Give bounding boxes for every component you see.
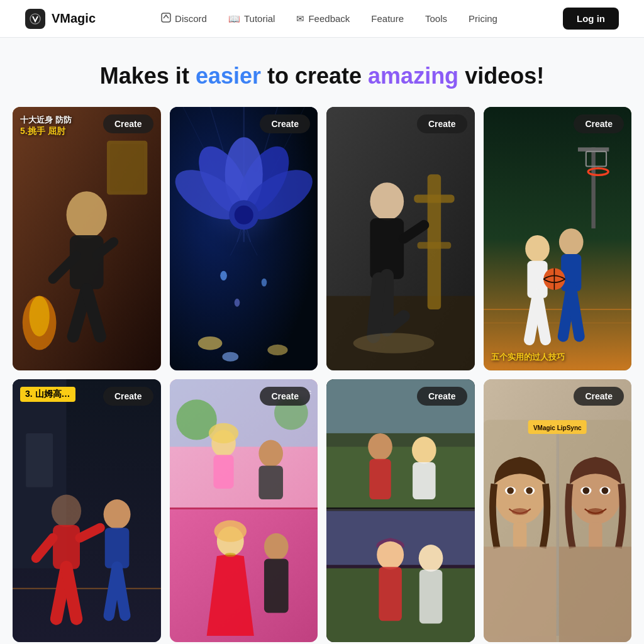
svg-rect-84 (258, 465, 283, 499)
svg-rect-12 (110, 144, 144, 191)
svg-rect-91 (264, 558, 288, 613)
svg-rect-64 (26, 433, 53, 487)
hero-text-after: videos! (465, 63, 544, 89)
svg-point-97 (412, 436, 436, 464)
gallery-card-7[interactable]: Create (326, 379, 475, 643)
svg-point-105 (419, 545, 443, 572)
svg-point-44 (353, 333, 435, 353)
svg-rect-127 (558, 547, 631, 642)
card-5-text: 3. 山姆高… (20, 387, 75, 402)
svg-rect-116 (484, 547, 557, 642)
svg-point-26 (234, 206, 253, 225)
card-4-text: 五个实用的过人技巧 (491, 352, 565, 362)
nav-pricing[interactable]: Pricing (460, 9, 506, 28)
feedback-icon: ✉ (296, 13, 304, 25)
login-button[interactable]: Log in (563, 8, 619, 30)
svg-point-83 (258, 440, 283, 467)
create-button-8[interactable]: Create (574, 387, 624, 406)
svg-point-27 (220, 271, 227, 280)
svg-point-30 (197, 336, 222, 350)
svg-point-28 (261, 279, 267, 287)
gallery-card-8[interactable]: VMagic LipSync Create (484, 379, 632, 643)
gallery-card-4[interactable]: 五个实用的过人技巧 Create (484, 107, 632, 370)
create-button-5[interactable]: Create (103, 387, 153, 406)
svg-point-29 (234, 299, 240, 307)
svg-rect-93 (326, 447, 475, 508)
hero-text-before: Makes it (100, 63, 196, 89)
svg-point-124 (601, 487, 608, 494)
svg-rect-106 (419, 569, 442, 623)
discord-icon (161, 13, 171, 25)
svg-rect-85 (170, 508, 318, 509)
hero-headline: Makes it easier to create amazing videos… (13, 63, 631, 89)
svg-point-88 (214, 520, 247, 541)
nav-pricing-label: Pricing (469, 13, 497, 24)
svg-point-89 (225, 553, 235, 557)
nav-tutorial[interactable]: 📖 Tutorial (219, 9, 284, 28)
nav: Discord 📖 Tutorial ✉ Feedback Feature To… (152, 9, 506, 29)
create-button-7[interactable]: Create (417, 387, 467, 406)
svg-rect-36 (414, 195, 454, 203)
gallery-row-1: 十大近身 防防 5.挑手 屈肘 Create (13, 107, 631, 370)
create-button-2[interactable]: Create (260, 114, 310, 133)
svg-point-125 (587, 508, 603, 515)
gallery-card-2[interactable]: Create (170, 107, 318, 370)
svg-point-81 (208, 423, 238, 443)
hero-section: Makes it easier to create amazing videos… (0, 38, 644, 107)
card-8-watermark: VMagic LipSync (528, 420, 587, 434)
svg-point-90 (264, 533, 288, 560)
svg-point-3 (67, 191, 107, 238)
nav-tools[interactable]: Tools (416, 9, 456, 28)
svg-rect-99 (326, 509, 475, 511)
card-5-overlay: 3. 山姆高… (20, 387, 75, 402)
svg-rect-37 (418, 242, 452, 249)
gallery: 十大近身 防防 5.挑手 屈肘 Create (0, 107, 644, 644)
svg-line-43 (374, 279, 379, 336)
hero-text-middle: to create (267, 63, 368, 89)
gallery-card-5[interactable]: 3. 山姆高… Create (13, 379, 161, 643)
create-button-4[interactable]: Create (574, 114, 624, 133)
nav-feedback[interactable]: ✉ Feedback (287, 9, 358, 28)
hero-easier: easier (196, 63, 261, 89)
svg-rect-117 (556, 419, 558, 636)
hero-amazing: amazing (368, 63, 458, 89)
svg-point-111 (507, 487, 514, 494)
svg-rect-96 (369, 458, 391, 499)
svg-rect-104 (379, 567, 401, 621)
svg-point-56 (525, 235, 550, 262)
gallery-card-1[interactable]: 十大近身 防防 5.挑手 屈肘 Create (13, 107, 161, 370)
svg-rect-126 (589, 522, 602, 549)
nav-feature-label: Feature (371, 13, 404, 24)
create-button-3[interactable]: Create (417, 114, 467, 133)
create-button-1[interactable]: Create (103, 114, 153, 133)
nav-feature[interactable]: Feature (362, 9, 413, 28)
tutorial-icon: 📖 (228, 13, 240, 25)
logo[interactable]: VMagic (25, 9, 96, 29)
gallery-card-3[interactable]: Create (326, 107, 475, 370)
card-1-bottom-text: 5.挑手 屈肘 (20, 126, 72, 137)
svg-rect-48 (591, 147, 595, 228)
logo-icon (25, 9, 45, 29)
nav-tools-label: Tools (425, 13, 447, 24)
svg-point-95 (368, 433, 392, 460)
svg-point-52 (558, 228, 583, 255)
svg-rect-82 (213, 455, 233, 489)
svg-rect-45 (484, 107, 632, 370)
card-4-overlay: 五个实用的过人技巧 (491, 352, 625, 363)
svg-point-31 (267, 345, 287, 355)
svg-point-32 (222, 352, 238, 362)
svg-point-10 (30, 296, 50, 336)
nav-discord[interactable]: Discord (152, 9, 216, 29)
svg-rect-34 (326, 296, 475, 370)
create-button-6[interactable]: Create (260, 387, 310, 406)
card-1-overlay-top: 十大近身 防防 5.挑手 屈肘 (20, 114, 72, 137)
nav-discord-label: Discord (175, 13, 207, 24)
nav-tutorial-label: Tutorial (244, 13, 275, 24)
svg-point-113 (526, 487, 533, 494)
svg-point-122 (582, 487, 589, 494)
header: VMagic Discord 📖 Tutorial ✉ Feedback Fea… (0, 0, 644, 38)
gallery-card-6[interactable]: VMagic Create (170, 379, 318, 643)
svg-rect-115 (513, 522, 526, 549)
svg-point-114 (511, 508, 528, 515)
svg-rect-98 (413, 462, 435, 499)
